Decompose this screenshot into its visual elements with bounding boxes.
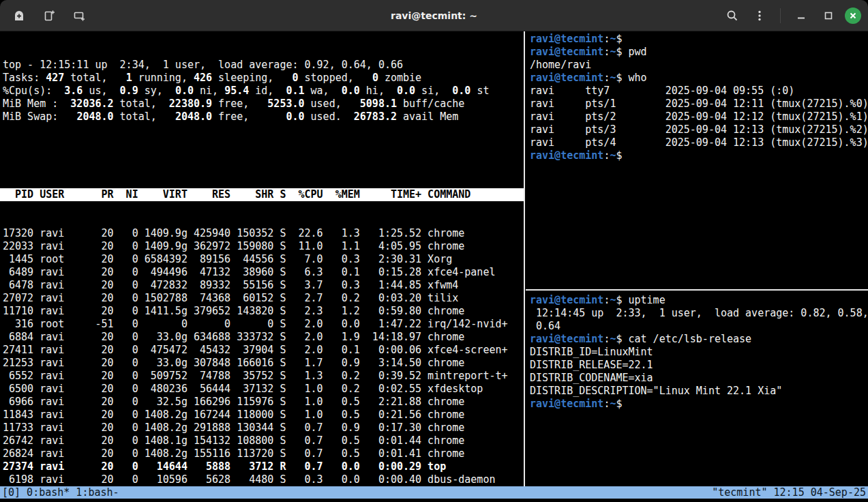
top-summary-line: %Cpu(s): 3.6 us, 0.9 sy, 0.0 ni, 95.4 id… — [3, 85, 524, 98]
process-row: 1445 root 20 0 6584392 89156 44556 S 7.0… — [3, 253, 524, 266]
minimize-button[interactable] — [790, 5, 812, 27]
process-row: 17320 ravi 20 0 1409.9g 425940 150352 S … — [3, 227, 524, 240]
process-row: 21253 ravi 20 0 33.0g 307848 166016 S 1.… — [3, 357, 524, 370]
top-summary-line: MiB Swap: 2048.0 total, 2048.0 free, 0.0… — [3, 110, 524, 123]
terminal-line: ravi tty7 2025-09-04 09:55 (:0) — [530, 85, 868, 98]
top-summary-line: top - 12:15:11 up 2:34, 1 user, load ave… — [3, 59, 524, 72]
terminal-line: ravi@tecmint:~$ uptime — [530, 294, 868, 307]
terminal-line: ravi pts/3 2025-09-04 12:13 (tmux(27215)… — [530, 123, 868, 136]
terminal-window: ravi@tecmint: ~ — [0, 0, 868, 502]
terminal-line: ravi@tecmint:~$ cat /etc/lsb-release — [530, 333, 868, 346]
blank-line — [3, 149, 524, 162]
terminal-line: ravi pts/1 2025-09-04 12:11 (tmux(27215)… — [530, 98, 868, 110]
process-table-header: PID USER PR NI VIRT RES SHR S %CPU %MEM … — [0, 188, 524, 201]
menu-button[interactable] — [749, 5, 770, 27]
terminal-line: DISTRIB_CODENAME=xia — [530, 372, 868, 385]
process-row: 22033 ravi 20 0 1409.9g 362972 159080 S … — [3, 240, 524, 253]
search-button[interactable] — [721, 5, 743, 27]
terminal-line: ravi@tecmint:~$ — [530, 149, 868, 162]
minimize-icon — [796, 10, 807, 21]
maximize-button[interactable] — [818, 5, 839, 27]
process-row: 6966 ravi 20 0 32.5g 166296 115976 S 1.0… — [3, 396, 524, 409]
search-icon — [726, 10, 738, 22]
process-row: 27072 ravi 20 0 1502788 74368 60152 S 2.… — [3, 292, 524, 305]
terminal-line: /home/ravi — [530, 59, 868, 72]
process-row: 27411 ravi 20 0 475472 45432 37904 S 2.0… — [3, 344, 524, 357]
terminal-line: ravi@tecmint:~$ — [530, 398, 868, 411]
add-terminal-right-icon — [42, 9, 56, 23]
process-row: 316 root -51 0 0 0 0 S 2.0 0.0 1:47.22 i… — [3, 318, 524, 331]
process-row: 6884 ravi 20 0 33.0g 634688 333732 S 2.0… — [3, 331, 524, 344]
terminal-line: DISTRIB_RELEASE=22.1 — [530, 359, 868, 372]
process-table: 17320 ravi 20 0 1409.9g 425940 150352 S … — [3, 227, 524, 486]
close-icon — [849, 12, 857, 20]
titlebar-separator — [780, 8, 781, 23]
process-row: 6478 ravi 20 0 472832 89332 55156 S 3.7 … — [3, 279, 524, 292]
add-terminal-down-button[interactable] — [68, 5, 90, 27]
shell-pane-top-right[interactable]: ravi@tecmint:~$ravi@tecmint:~$ pwd/home/… — [526, 31, 868, 289]
process-row: 26824 ravi 20 0 1408.2g 155116 113720 S … — [3, 447, 524, 460]
process-row: 6489 ravi 20 0 494496 47132 38960 S 6.3 … — [3, 266, 524, 279]
tmux-status-bar: [0] 0:bash* 1:bash- "tecmint" 12:15 04-S… — [0, 486, 868, 499]
tmux-session-area: top - 12:15:11 up 2:34, 1 user, load ave… — [0, 31, 868, 502]
pane-divider-horizontal[interactable] — [526, 289, 868, 291]
terminal-line: ravi@tecmint:~$ pwd — [530, 46, 868, 59]
close-button[interactable] — [845, 8, 861, 24]
pane-divider-vertical[interactable] — [524, 31, 525, 486]
process-row: 6552 ravi 20 0 509752 74788 35752 S 1.3 … — [3, 370, 524, 383]
process-row: 6198 ravi 20 0 10596 5628 4480 S 0.3 0.0… — [3, 473, 524, 486]
titlebar-left-buttons — [0, 5, 90, 27]
top-command-pane[interactable]: top - 12:15:11 up 2:34, 1 user, load ave… — [0, 31, 524, 486]
top-summary: top - 12:15:11 up 2:34, 1 user, load ave… — [3, 59, 524, 123]
process-row: 26742 ravi 20 0 1408.1g 154132 108800 S … — [3, 434, 524, 447]
add-terminal-down-icon — [72, 9, 86, 23]
terminal-line: 0.64 — [530, 320, 868, 333]
process-row: 11733 ravi 20 0 1408.2g 291888 130344 S … — [3, 422, 524, 434]
process-row: 11710 ravi 20 0 1411.5g 379652 143820 S … — [3, 305, 524, 318]
maximize-icon — [823, 10, 834, 21]
terminal-line: ravi pts/4 2025-09-04 12:13 (tmux(27215)… — [530, 136, 868, 149]
process-row: 6500 ravi 20 0 480236 56444 37132 S 1.0 … — [3, 383, 524, 396]
new-session-button[interactable] — [8, 5, 30, 27]
titlebar-right-buttons — [721, 5, 868, 27]
terminal-line: DISTRIB_DESCRIPTION="Linux Mint 22.1 Xia… — [530, 385, 868, 398]
process-row: 27374 ravi 20 0 14644 5888 3712 R 0.7 0.… — [3, 460, 524, 473]
tmux-window-list[interactable]: [0] 0:bash* 1:bash- — [2, 486, 119, 499]
titlebar: ravi@tecmint: ~ — [0, 0, 868, 31]
tmux-status-right: "tecmint" 12:15 04-Sep-25 — [712, 486, 866, 499]
top-summary-line: MiB Mem : 32036.2 total, 22380.9 free, 5… — [3, 98, 524, 110]
terminal-line: 12:14:45 up 2:33, 1 user, load average: … — [530, 307, 868, 320]
shell-pane-bottom-right[interactable]: ravi@tecmint:~$ uptime 12:14:45 up 2:33,… — [526, 291, 868, 486]
terminal-line: DISTRIB_ID=LinuxMint — [530, 346, 868, 359]
terminal-line: ravi@tecmint:~$ — [530, 33, 868, 46]
process-row: 11843 ravi 20 0 1408.2g 167244 118000 S … — [3, 409, 524, 422]
kebab-menu-icon — [753, 10, 766, 22]
terminal-line: ravi pts/2 2025-09-04 12:12 (tmux(27215)… — [530, 110, 868, 123]
new-session-icon — [12, 9, 26, 23]
terminal-line: ravi@tecmint:~$ who — [530, 72, 868, 85]
top-summary-line: Tasks: 427 total, 1 running, 426 sleepin… — [3, 72, 524, 85]
add-terminal-right-button[interactable] — [38, 5, 60, 27]
